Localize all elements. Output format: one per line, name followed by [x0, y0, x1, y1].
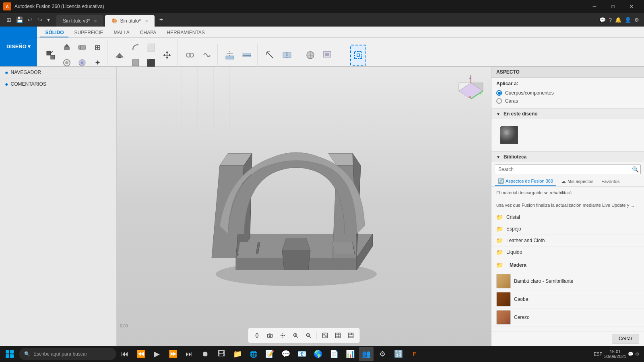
lib-tab-fav[interactable]: Favoritos [598, 177, 623, 186]
tab-2-close[interactable]: ✕ [145, 19, 148, 23]
tab-tools[interactable]: HERRAMIENTAS [162, 28, 209, 37]
close-button[interactable]: ✕ [622, 0, 641, 13]
help-icon[interactable]: ? [609, 17, 612, 23]
next-btn[interactable]: ⏩ [166, 347, 180, 361]
undo-icon[interactable]: ↩ [26, 16, 34, 24]
option-bodies[interactable]: Cuerpos/componentes [496, 89, 639, 97]
extrude-btn[interactable] [60, 40, 74, 55]
settings-icon[interactable]: ⚙ [634, 17, 639, 23]
search-input[interactable] [497, 165, 632, 174]
notification-icon[interactable]: 🔔 [615, 17, 621, 23]
fillet-btn[interactable] [128, 40, 143, 55]
file-explorer-icon[interactable]: 📁 [230, 347, 245, 361]
unknown-icon[interactable]: ⚙ [375, 347, 390, 361]
calc-icon[interactable]: 🔢 [391, 347, 406, 361]
mail-icon[interactable]: 📧 [295, 347, 309, 361]
design-mat-0[interactable] [500, 125, 519, 145]
prev-btn[interactable]: ⏪ [134, 347, 148, 361]
lib-notice-line1: El material descargable se rehabilitará [496, 190, 572, 195]
tab-sheet[interactable]: CHAPA [135, 28, 161, 37]
joint-btn[interactable] [182, 45, 198, 66]
search-box[interactable]: 🔍 [495, 165, 641, 174]
taskbar-search[interactable]: 🔍 Escribe aquí para buscar [19, 348, 116, 360]
offset-plane-btn[interactable] [222, 45, 238, 66]
play-btn[interactable]: ▶ [150, 347, 164, 361]
radio-faces[interactable] [496, 98, 502, 104]
pan-btn[interactable] [277, 330, 289, 341]
rib-btn[interactable]: ⊞ [90, 40, 105, 55]
comments-item[interactable]: ● COMENTARIOS [0, 78, 116, 90]
fusion-icon[interactable]: F [407, 347, 422, 361]
material-bambu[interactable]: Bambú claro - Semibrillante [491, 272, 644, 290]
motion-link-btn[interactable] [199, 45, 215, 66]
material-caoba[interactable]: Caoba [491, 290, 644, 309]
prev-track-btn[interactable]: ⏮ [118, 347, 132, 361]
project-icon[interactable]: 📊 [343, 347, 357, 361]
maximize-button[interactable]: □ [604, 0, 622, 13]
tab-1-close[interactable]: ✕ [94, 19, 97, 23]
dropdown-icon[interactable]: ▾ [45, 16, 52, 24]
insert-mesh-btn[interactable] [302, 45, 318, 66]
frame-btn[interactable]: 🎞 [214, 347, 229, 361]
lib-tab-mine[interactable]: ☁ Mis aspectos [558, 177, 597, 186]
section-analysis-btn[interactable] [279, 45, 295, 66]
tab-solid[interactable]: SÓLIDO [40, 28, 68, 37]
design-dropdown-button[interactable]: DISEÑO ▾ [0, 27, 37, 66]
settings-cog-icon[interactable]: ⚙ [635, 352, 639, 357]
tab-surface[interactable]: SUPERFICIE [69, 28, 108, 37]
in-design-header[interactable]: ▼ En este diseño [491, 109, 644, 119]
shell-btn[interactable]: ⬜ [144, 40, 158, 55]
grid-btn[interactable] [332, 330, 344, 341]
option-faces[interactable]: Caras [496, 97, 639, 105]
save-icon[interactable]: 💾 [14, 16, 25, 24]
tab-1[interactable]: Sin título v3* ✕ [56, 15, 103, 27]
folder-madera[interactable]: 📁 Madera [491, 258, 644, 272]
folder-liquido[interactable]: 📁 Líquido [491, 247, 644, 258]
midplane-btn[interactable] [239, 45, 255, 66]
chat-icon[interactable]: 💬 [599, 17, 606, 23]
tab-mesh[interactable]: MALLA [109, 28, 134, 37]
sweep-btn[interactable] [75, 40, 89, 55]
folder-espejo[interactable]: 📁 Espejo [491, 223, 644, 235]
view-cube[interactable]: X Y Z [451, 71, 487, 107]
chrome-icon[interactable]: 🌎 [311, 347, 325, 361]
zoom-fit-btn[interactable] [303, 330, 314, 341]
new-tab-button[interactable]: + [156, 14, 166, 25]
user-icon[interactable]: 👤 [625, 17, 631, 23]
tab-2[interactable]: 🎨 Sin título* ✕ [105, 15, 154, 27]
material-cerezo[interactable]: Cerezo [491, 309, 644, 327]
navigator-item[interactable]: ● NAVEGADOR [0, 67, 116, 78]
search-icon: 🔍 [632, 166, 639, 173]
new-component-btn[interactable] [43, 45, 59, 66]
grid-menu-icon[interactable]: ⊞ [5, 16, 13, 24]
move-btn[interactable] [159, 45, 175, 66]
notification-center-icon[interactable]: 💬 [628, 352, 634, 357]
folder-cristal[interactable]: 📁 Cristal [491, 212, 644, 223]
next-track-btn[interactable]: ⏭ [182, 347, 196, 361]
orbit-btn[interactable] [252, 330, 263, 341]
insert-canvas-btn[interactable] [319, 45, 335, 66]
push-pull-btn[interactable] [111, 45, 128, 66]
folder-leather[interactable]: 📁 Leather and Cloth [491, 235, 644, 247]
lib-tab-fusion[interactable]: 🔄 Aspectos de Fusion 360 [495, 177, 556, 186]
radio-bodies[interactable] [496, 90, 502, 96]
camera-btn[interactable] [264, 330, 276, 341]
start-button[interactable] [2, 346, 18, 362]
faces-label: Caras [505, 98, 518, 104]
teams-icon[interactable]: 👥 [359, 347, 374, 361]
close-button[interactable]: Cerrar [612, 334, 639, 343]
minimize-button[interactable]: ─ [585, 0, 604, 13]
record-btn[interactable]: ⏺ [198, 347, 213, 361]
display-mode-btn[interactable] [320, 330, 331, 341]
redo-icon[interactable]: ↪ [36, 16, 44, 24]
library-header[interactable]: ▼ Biblioteca [491, 152, 644, 162]
viewport[interactable]: X Y Z [117, 67, 491, 346]
edge-icon[interactable]: 🌐 [246, 347, 261, 361]
select-btn[interactable] [350, 45, 366, 66]
env-btn[interactable] [345, 330, 357, 341]
acrobat-icon[interactable]: 📄 [327, 347, 341, 361]
measure-btn[interactable] [262, 45, 278, 66]
word-icon[interactable]: 📝 [262, 347, 277, 361]
zoom-btn[interactable] [290, 330, 301, 341]
whatsapp-icon[interactable]: 💬 [279, 347, 293, 361]
